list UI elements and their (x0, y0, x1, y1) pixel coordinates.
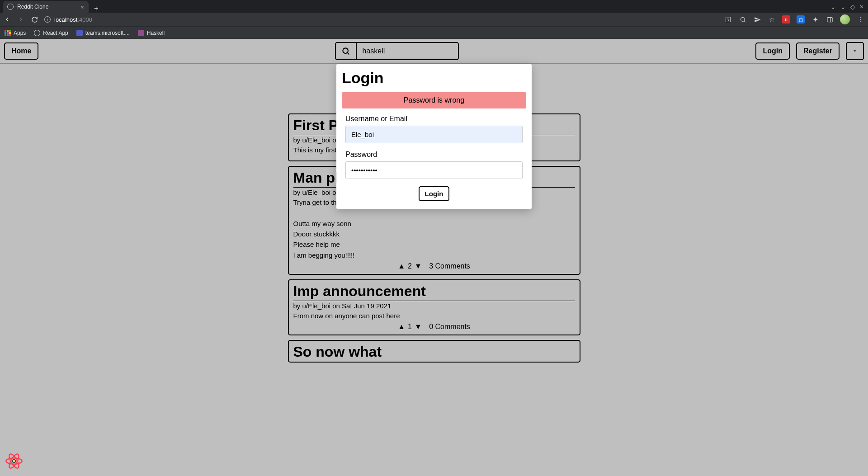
svg-rect-1 (827, 17, 832, 22)
teams-icon (76, 30, 83, 36)
bookmark-apps[interactable]: Apps (5, 30, 26, 36)
modal-title: Login (342, 69, 526, 87)
chevron-down-icon[interactable]: ⌄ (840, 3, 846, 10)
forward-icon[interactable] (17, 16, 24, 23)
password-label: Password (342, 151, 526, 159)
browser-tab[interactable]: Reddit Clone × (3, 1, 89, 13)
profile-avatar[interactable] (840, 14, 850, 24)
globe-icon (7, 4, 14, 10)
bookmarks-bar: Apps React App teams.microsoft.... Haske… (0, 26, 868, 39)
browser-toolbar: i localhost:4000 ⚿ ☆ u ▢ ✦ ⋮ (0, 13, 868, 26)
url-text: localhost:4000 (54, 16, 92, 23)
window-controls: ⌄ ⌄ ◇ × (830, 1, 868, 13)
reload-icon[interactable] (31, 16, 38, 23)
toolbar-right: ⚿ ☆ u ▢ ✦ ⋮ (724, 14, 864, 24)
ublock-icon[interactable]: u (782, 15, 790, 24)
react-query-devtools-icon[interactable] (5, 452, 24, 471)
svg-point-0 (741, 17, 745, 21)
close-icon[interactable]: × (860, 3, 863, 10)
chevron-down-icon[interactable]: ⌄ (830, 3, 836, 10)
address-bar[interactable]: i localhost:4000 (44, 16, 92, 23)
username-input[interactable] (345, 126, 523, 143)
kebab-menu-icon[interactable]: ⋮ (856, 15, 864, 24)
bookmark-haskell[interactable]: Haskell (138, 30, 165, 36)
submit-login-button[interactable]: Login (419, 186, 450, 201)
globe-icon (34, 30, 40, 36)
key-icon[interactable]: ⚿ (724, 15, 732, 24)
apps-grid-icon (5, 30, 11, 36)
back-icon[interactable] (4, 16, 11, 23)
close-icon[interactable]: × (80, 4, 84, 10)
page-content: Home Login Register First Po by u/Ele_bo… (0, 39, 868, 476)
send-icon[interactable] (753, 15, 761, 24)
extension-blue-icon[interactable]: ▢ (797, 15, 805, 24)
browser-tab-strip: Reddit Clone × + ⌄ ⌄ ◇ × (0, 0, 868, 13)
password-input[interactable] (345, 161, 523, 179)
info-icon[interactable]: i (44, 16, 51, 23)
bookmark-react-app[interactable]: React App (34, 30, 68, 36)
diamond-icon[interactable]: ◇ (850, 3, 855, 10)
haskell-icon (138, 30, 144, 36)
extensions-icon[interactable]: ✦ (811, 15, 819, 24)
svg-point-7 (13, 460, 16, 463)
panel-icon[interactable] (826, 15, 834, 24)
login-modal: Login Password is wrong Username or Emai… (336, 64, 532, 209)
new-tab-button[interactable]: + (89, 5, 104, 13)
zoom-icon[interactable] (739, 15, 747, 24)
error-banner: Password is wrong (342, 92, 526, 108)
tab-title: Reddit Clone (17, 4, 48, 10)
bookmark-star-icon[interactable]: ☆ (768, 15, 776, 24)
bookmark-teams[interactable]: teams.microsoft.... (76, 30, 130, 36)
username-label: Username or Email (342, 115, 526, 123)
